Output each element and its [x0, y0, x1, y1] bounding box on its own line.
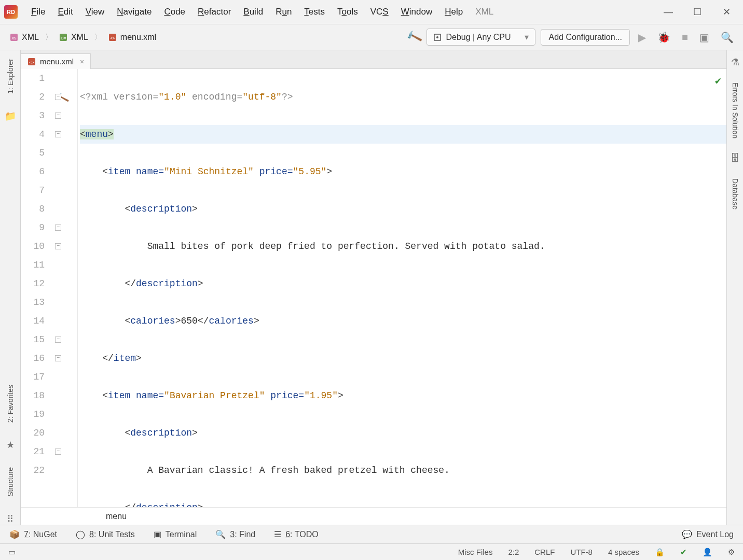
- list-icon: ☰: [274, 529, 281, 539]
- build-hammer-icon[interactable]: 🔨: [406, 29, 423, 46]
- menu-xml[interactable]: XML: [470, 5, 499, 19]
- breadcrumb-file[interactable]: <> menu.xml: [105, 32, 159, 43]
- svg-text:xs: xs: [12, 35, 17, 40]
- app-logo-icon: RD: [4, 5, 18, 19]
- chevron-right-icon: 〉: [45, 33, 52, 42]
- star-icon[interactable]: ★: [6, 439, 15, 451]
- menu-tools[interactable]: Tools: [332, 5, 363, 19]
- status-bar: ▭ Misc Files 2:2 CRLF UTF-8 4 spaces 🔒 ✔…: [0, 543, 743, 560]
- svg-text:C#: C#: [61, 36, 66, 40]
- fold-toggle-icon[interactable]: −: [55, 225, 61, 231]
- run-icon[interactable]: ▶: [635, 30, 649, 45]
- status-encoding[interactable]: UTF-8: [568, 548, 595, 556]
- folder-icon[interactable]: 📁: [5, 110, 16, 122]
- status-line-ending[interactable]: CRLF: [532, 548, 557, 556]
- search-icon: 🔍: [215, 529, 226, 539]
- breadcrumb-root[interactable]: xs XML: [6, 32, 42, 43]
- fold-toggle-icon[interactable]: −: [55, 113, 61, 119]
- debug-config-icon: [433, 33, 442, 41]
- code-editor[interactable]: 12345678910111213141516171819202122 🔨 − …: [21, 69, 726, 507]
- nuget-icon: 📦: [9, 529, 20, 539]
- menu-code[interactable]: Code: [159, 5, 190, 19]
- menu-window[interactable]: Window: [396, 5, 437, 19]
- close-icon[interactable]: ✕: [720, 6, 733, 18]
- terminal-tool-button[interactable]: ▣Terminal: [154, 529, 197, 539]
- breadcrumb-project[interactable]: C# XML: [56, 32, 91, 43]
- flask-icon[interactable]: ⚗: [731, 57, 739, 68]
- menu-edit[interactable]: Edit: [52, 5, 78, 19]
- menu-refactor[interactable]: Refactor: [192, 5, 236, 19]
- stop-icon[interactable]: ■: [679, 30, 691, 44]
- inspection-status-icon[interactable]: ✔: [678, 548, 689, 557]
- fold-toggle-icon[interactable]: −: [55, 243, 61, 249]
- maximize-icon[interactable]: ☐: [691, 6, 704, 18]
- editor-column: <> menu.xml × 12345678910111213141516171…: [21, 50, 726, 525]
- fold-toggle-icon[interactable]: −: [55, 94, 61, 100]
- right-tool-rail: ⚗ Errors In Solution 🗄 Database: [726, 50, 743, 525]
- ide-settings-icon[interactable]: ⚙: [726, 548, 737, 557]
- fold-gutter: 🔨 − − − − − − − −: [54, 69, 78, 507]
- fold-toggle-icon[interactable]: −: [55, 131, 61, 137]
- svg-text:<>: <>: [29, 60, 34, 65]
- menu-help[interactable]: Help: [439, 5, 468, 19]
- terminal-icon: ▣: [154, 529, 161, 539]
- debug-bug-icon[interactable]: 🐞: [654, 30, 673, 45]
- editor-tabbar: <> menu.xml ×: [21, 50, 726, 69]
- menubar: RD File Edit View Navigate Code Refactor…: [0, 0, 743, 24]
- errors-tool-button[interactable]: Errors In Solution: [731, 78, 739, 143]
- database-icon[interactable]: 🗄: [731, 153, 740, 164]
- add-configuration-button[interactable]: Add Configuration...: [541, 29, 629, 46]
- menu-navigate[interactable]: Navigate: [112, 5, 157, 19]
- main-area: 1: Explorer 📁 2: Favorites ★ Structure ⠿…: [0, 50, 743, 525]
- menu-view[interactable]: View: [80, 5, 110, 19]
- status-indent[interactable]: 4 spaces: [606, 548, 641, 556]
- editor-breadcrumb[interactable]: menu: [21, 507, 726, 525]
- run-config-dropdown[interactable]: Debug | Any CPU ▾: [426, 29, 535, 46]
- menu-file[interactable]: File: [26, 5, 50, 19]
- tests-icon: ◯: [76, 529, 85, 539]
- chevron-down-icon: ▾: [525, 32, 529, 42]
- structure-tool-button[interactable]: Structure: [6, 463, 15, 501]
- memory-icon[interactable]: 👤: [700, 548, 714, 557]
- fold-toggle-icon[interactable]: −: [55, 449, 61, 455]
- code-content[interactable]: <?xml version="1.0" encoding="utf-8"?> <…: [78, 69, 726, 507]
- chevron-right-icon: 〉: [94, 33, 102, 42]
- editor-tab[interactable]: <> menu.xml ×: [21, 53, 91, 69]
- menu-run[interactable]: Run: [270, 5, 297, 19]
- chat-icon: 💬: [682, 529, 692, 539]
- search-icon[interactable]: 🔍: [718, 30, 737, 45]
- inspection-ok-icon: ✔: [715, 72, 721, 91]
- left-tool-rail: 1: Explorer 📁 2: Favorites ★ Structure ⠿: [0, 50, 21, 525]
- tab-close-icon[interactable]: ×: [80, 58, 84, 66]
- explorer-tool-button[interactable]: 1: Explorer: [6, 54, 15, 98]
- tab-label: menu.xml: [40, 57, 74, 66]
- lock-icon[interactable]: 🔒: [653, 548, 667, 557]
- find-tool-button[interactable]: 🔍3: Find: [215, 529, 255, 539]
- xml-solution-icon: xs: [9, 33, 19, 42]
- line-number-gutter: 12345678910111213141516171819202122: [21, 69, 54, 507]
- menu-tests[interactable]: Tests: [299, 5, 330, 19]
- favorites-tool-button[interactable]: 2: Favorites: [6, 381, 15, 427]
- breadcrumb-label: menu.xml: [120, 33, 156, 42]
- menu-vcs[interactable]: VCS: [365, 5, 394, 19]
- structure-icon[interactable]: ⠿: [7, 513, 13, 525]
- nuget-tool-button[interactable]: 📦7: NuGet: [9, 529, 57, 539]
- breadcrumb-label: XML: [71, 33, 88, 42]
- minimize-icon[interactable]: —: [662, 6, 675, 18]
- tool-windows-icon[interactable]: ▭: [6, 548, 18, 557]
- menu-build[interactable]: Build: [238, 5, 268, 19]
- fold-toggle-icon[interactable]: −: [55, 337, 61, 343]
- toolbar: xs XML 〉 C# XML 〉 <> menu.xml 🔨 Debug | …: [0, 24, 743, 50]
- xml-file-icon: <>: [108, 33, 117, 42]
- fold-toggle-icon[interactable]: −: [55, 355, 61, 361]
- event-log-button[interactable]: 💬Event Log: [682, 529, 734, 539]
- svg-point-7: [436, 36, 438, 38]
- status-caret-position[interactable]: 2:2: [506, 548, 521, 556]
- attach-process-icon[interactable]: ▣: [696, 30, 712, 45]
- todo-tool-button[interactable]: ☰6: TODO: [274, 529, 318, 539]
- status-misc-files[interactable]: Misc Files: [456, 548, 495, 556]
- unit-tests-tool-button[interactable]: ◯8: Unit Tests: [76, 529, 135, 539]
- breadcrumb-node: menu: [106, 512, 127, 521]
- csharp-project-icon: C#: [59, 33, 68, 42]
- database-tool-button[interactable]: Database: [731, 174, 739, 214]
